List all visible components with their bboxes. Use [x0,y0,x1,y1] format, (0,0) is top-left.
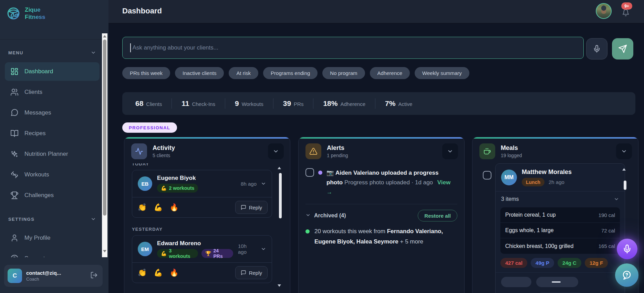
reply-button[interactable]: Reply [235,201,268,214]
notification-badge[interactable]: 9+ [621,2,632,10]
archived-item: 20 workouts this week from Fernando Vale… [305,226,457,247]
plan-badge: PROFESSIONAL [122,122,177,133]
chip-at-risk[interactable]: At risk [229,67,258,79]
scrollbar-thumb[interactable] [279,173,282,218]
card-subtitle: 19 logged [501,153,522,158]
sidebar-item-support[interactable]: Support [5,249,100,257]
sidebar-scrollbar[interactable] [102,33,107,257]
mic-button[interactable] [586,38,607,59]
page-title: Dashboard [122,7,162,15]
globe-logo-icon [6,6,21,21]
settings-section-label: SETTINGS [8,217,34,222]
fire-reaction[interactable]: 🔥 [169,269,178,277]
collapse-button[interactable] [442,143,458,159]
sidebar-item-workouts[interactable]: Workouts [5,165,100,184]
sidebar-item-clients[interactable]: Clients [5,83,100,101]
card-subtitle: 5 clients [153,153,175,158]
collapse-button[interactable] [616,143,632,159]
user-role: Coach [26,276,61,282]
user-avatar: C [8,269,22,283]
help-chat-button[interactable] [615,263,638,287]
client-name: Eugene Biyok [157,175,198,182]
sidebar-item-messages[interactable]: Messages [5,104,100,122]
menu-section-header[interactable]: MENU [5,50,100,55]
search-input[interactable] [131,37,584,58]
user-account-card[interactable]: C contact@ziq... Coach [4,265,103,287]
sidebar-item-label: Dashboard [24,68,53,75]
reply-button[interactable]: Reply [235,266,268,279]
calories-badge: 427 cal [500,258,527,268]
top-header: Dashboard 9+ [108,0,644,23]
muscle-reaction[interactable]: 💪 [154,269,163,277]
chip-inactive-clients[interactable]: Inactive clients [175,67,224,79]
action-pill[interactable] [501,277,531,287]
sidebar-item-nutrition-planner[interactable]: Nutrition Planner [5,145,100,163]
logout-icon[interactable] [90,271,98,280]
items-count-label: 3 items [501,196,519,202]
chevron-down-icon[interactable] [261,181,266,186]
timestamp: 2h ago [549,179,564,185]
chevron-down-icon [91,50,96,55]
scrollbar-down-arrow[interactable] [103,250,106,252]
chevron-down-icon[interactable] [261,246,266,252]
stat-adherence: 18%Adherence [323,99,365,108]
activity-item-header[interactable]: EB Eugene Biyok 💪2 workouts 8h ago [132,170,272,197]
coach-avatar-photo[interactable] [596,3,612,19]
chevron-down-icon[interactable] [305,213,311,219]
settings-section-header[interactable]: SETTINGS [5,216,100,222]
archived-label[interactable]: Archived (4) [314,213,346,219]
chip-programs-ending[interactable]: Programs ending [263,67,318,79]
voice-assistant-button[interactable] [617,239,637,259]
avatar: MM [501,170,517,185]
send-button[interactable] [612,38,633,59]
bell-icon[interactable] [622,9,630,18]
items-count-row[interactable]: 3 items [496,191,625,207]
chevron-down-icon [447,148,453,154]
sparkles-icon [10,150,19,158]
day-group-label: YESTERDAY [132,227,290,232]
alert-checkbox[interactable] [305,168,314,177]
workouts-badge: 💪3 workouts [157,249,198,258]
scrollbar-down-arrow[interactable] [278,284,281,287]
clap-reaction[interactable]: 👏 [138,203,147,211]
activity-card: Activity 5 clients TODAY EB Eugene Biyok [124,137,290,293]
chat-bubble-icon [241,270,246,275]
activity-item-header[interactable]: EM Edward Moreno 💪3 workouts 🏆24 PRs 10h… [132,236,272,262]
fire-reaction[interactable]: 🔥 [169,203,178,211]
sidebar-item-my-profile[interactable]: My Profile [5,229,100,247]
scrollbar-up-arrow[interactable] [622,168,626,171]
activity-list: TODAY EB Eugene Biyok 💪2 workouts 8h ago [124,163,290,293]
chip-adherence[interactable]: Adherence [370,67,410,79]
sidebar-item-challenges[interactable]: Challenges [5,186,100,205]
sidebar-item-label: Workouts [24,171,49,178]
chip-prs-this-week[interactable]: PRs this week [122,67,170,79]
send-icon [618,44,627,53]
meal-checkbox[interactable] [483,171,491,180]
sidebar-item-label: My Profile [24,235,51,241]
clap-reaction[interactable]: 👏 [138,269,147,277]
divider [305,204,457,204]
muscle-emoji: 💪 [161,251,167,256]
sidebar-item-recipes[interactable]: Recipes [5,124,100,143]
chip-no-program[interactable]: No program [322,67,365,79]
action-pill[interactable] [536,277,578,287]
sidebar-item-dashboard[interactable]: Dashboard [5,62,100,81]
muscle-reaction[interactable]: 💪 [154,203,163,211]
user-email: contact@ziq... [26,270,61,276]
restore-all-button[interactable]: Restore all [418,210,457,221]
archived-header: Archived (4) Restore all [305,210,457,221]
sidebar-scroll-area: MENU Dashboard Clients Messages [0,40,108,257]
chevron-down-icon [91,216,96,222]
chip-weekly-summary[interactable]: Weekly summary [415,67,469,79]
scrollbar-thumb[interactable] [624,181,626,190]
scrollbar-up-arrow[interactable] [278,167,281,169]
scrollbar-thumb[interactable] [103,40,106,216]
warning-triangle-icon [305,143,321,159]
avatar: EM [138,242,152,256]
meal-entry-card: MM Matthew Morales Lunch 2h ago 3 items [495,163,625,293]
collapse-button[interactable] [268,143,284,159]
sidebar-item-label: Messages [24,109,51,116]
stat-prs: 39PRs [283,99,304,108]
scrollbar-up-arrow[interactable] [103,35,106,37]
brand-logo: Zique Fitness [0,0,108,21]
